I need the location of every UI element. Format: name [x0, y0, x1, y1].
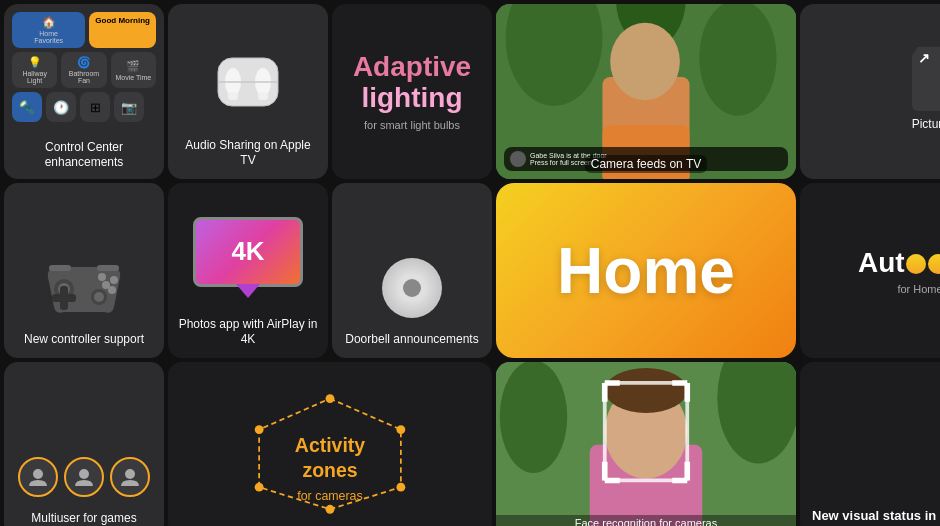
- card-control-center: 🏠 HomeFavorites Good Morning 💡 HallwayLi…: [4, 4, 164, 179]
- auto-dot-o2: [928, 254, 940, 274]
- card-audio-sharing: Audio Sharing on Apple TV: [168, 4, 328, 179]
- controller-image: [34, 257, 134, 322]
- svg-point-34: [396, 425, 405, 434]
- torch-icon: 🔦: [19, 100, 35, 115]
- camera-feeds-label: Camera feeds on TV: [585, 155, 708, 173]
- auto-dot-o1: [906, 254, 926, 274]
- person-icon-2: [73, 466, 95, 488]
- camera-label-wrap: Camera feeds on TV: [496, 154, 796, 173]
- person-icon: [27, 466, 49, 488]
- pip-svg: ↗: [912, 31, 940, 111]
- svg-point-36: [326, 505, 335, 514]
- cc-clock: 🕐: [46, 92, 76, 122]
- avatar-3: [110, 457, 150, 497]
- svg-point-30: [79, 469, 89, 479]
- cc-camera: 📷: [114, 92, 144, 122]
- adaptive-word1: Adaptive: [353, 51, 471, 82]
- cc-tile-movie: 🎬 Movie Time: [111, 52, 156, 88]
- cc-tile-hallway: 💡 HallwayLight: [12, 52, 57, 88]
- adaptive-word2: lighting: [361, 82, 462, 113]
- cc-content: 🏠 HomeFavorites Good Morning 💡 HallwayLi…: [12, 12, 156, 134]
- card-activity-zones: Activity zones for cameras: [168, 362, 492, 526]
- svg-point-26: [98, 273, 106, 281]
- card-home: Home: [496, 183, 796, 358]
- card-automations: Autmations for HomeKit accessories: [800, 183, 940, 358]
- svg-text:Activity: Activity: [295, 434, 365, 456]
- svg-point-12: [610, 23, 680, 100]
- card-new-controller: New controller support: [4, 183, 164, 358]
- doorbell-button: [403, 279, 421, 297]
- fourk-screen: 4K: [193, 217, 303, 287]
- fan-icon: 🌀: [77, 56, 91, 69]
- fourk-label: Photos app with AirPlay in 4K: [178, 317, 318, 348]
- card-doorbell: Doorbell announcements: [332, 183, 492, 358]
- feature-grid: 🏠 HomeFavorites Good Morning 💡 HallwayLi…: [0, 0, 940, 526]
- auto-text-part1: Aut: [858, 247, 905, 278]
- fourk-text: 4K: [231, 236, 264, 267]
- automations-title: Autmations: [858, 247, 940, 279]
- clock-icon: 🕐: [53, 100, 69, 115]
- avatar-2: [64, 457, 104, 497]
- airpods-image: [193, 48, 303, 128]
- pip-visual: ↗: [912, 51, 940, 111]
- movie-icon: 🎬: [126, 60, 140, 73]
- camera-background: Gabe Silva is at the door Press for full…: [496, 4, 796, 179]
- svg-text:↗: ↗: [918, 49, 930, 65]
- svg-rect-28: [97, 265, 119, 271]
- adaptive-content: Adaptive lighting for smart light bulbs: [353, 52, 471, 132]
- adaptive-title: Adaptive lighting: [353, 52, 471, 114]
- card-adaptive-lighting: Adaptive lighting for smart light bulbs: [332, 4, 492, 179]
- svg-rect-27: [49, 265, 71, 271]
- doorbell-label: Doorbell announcements: [345, 332, 478, 348]
- automations-content: Autmations for HomeKit accessories: [858, 247, 940, 295]
- svg-rect-3: [228, 92, 238, 100]
- pip-label: Picture in Picture: [912, 117, 940, 133]
- svg-point-9: [699, 4, 776, 116]
- cc-torch: 🔦: [12, 92, 42, 122]
- svg-point-38: [255, 425, 264, 434]
- svg-text:zones: zones: [302, 459, 357, 481]
- fourk-visual: 4K: [178, 193, 318, 311]
- camera-icon: 📷: [121, 100, 137, 115]
- svg-rect-5: [258, 92, 268, 100]
- svg-point-33: [326, 394, 335, 403]
- controller-label: New controller support: [24, 332, 144, 348]
- svg-point-35: [396, 483, 405, 492]
- adaptive-sub: for smart light bulbs: [353, 119, 471, 131]
- avatar-1: [18, 457, 58, 497]
- audio-sharing-label: Audio Sharing on Apple TV: [178, 138, 318, 169]
- card-multiuser: Multiuser for games: [4, 362, 164, 526]
- multiuser-avatars: [18, 457, 150, 497]
- cc-grid: ⊞: [80, 92, 110, 122]
- svg-point-37: [255, 483, 264, 492]
- card-face-recognition: Face recognition for cameras: [496, 362, 796, 526]
- grid-icon: ⊞: [90, 100, 101, 115]
- activity-zones-svg: Activity zones for cameras: [178, 372, 482, 526]
- home-text: Home: [557, 234, 735, 308]
- cc-mid-row: 💡 HallwayLight 🌀 BathroomFan 🎬 Movie Tim…: [12, 52, 156, 88]
- control-center-label: Control Center enhancements: [12, 140, 156, 171]
- newvisual-label: New visual status in Home app: [812, 508, 940, 525]
- svg-rect-22: [60, 286, 68, 310]
- face-recognition-svg: [496, 362, 796, 526]
- cc-tile-home: 🏠 HomeFavorites: [12, 12, 85, 48]
- cc-greeting: Good Morning: [89, 12, 156, 48]
- fourk-triangle: [236, 284, 260, 298]
- home-icon: 🏠: [42, 16, 56, 29]
- svg-point-25: [108, 286, 116, 294]
- svg-point-20: [94, 292, 104, 302]
- svg-text:for cameras: for cameras: [297, 489, 362, 503]
- multiuser-label: Multiuser for games: [31, 511, 136, 526]
- svg-point-24: [110, 276, 118, 284]
- card-pip: ↗ Picture in Picture: [800, 4, 940, 179]
- light-icon: 💡: [28, 56, 42, 69]
- cc-bottom-row: 🔦 🕐 ⊞ 📷: [12, 92, 156, 122]
- face-recognition-label: Face recognition for cameras: [496, 515, 796, 526]
- svg-point-47: [605, 368, 688, 413]
- cc-top-row: 🏠 HomeFavorites Good Morning: [12, 12, 156, 48]
- svg-point-43: [500, 362, 568, 473]
- cc-tile-bathroom: 🌀 BathroomFan: [61, 52, 106, 88]
- svg-point-31: [125, 469, 135, 479]
- automations-sub: for HomeKit accessories: [858, 283, 940, 295]
- card-camera-feeds: Gabe Silva is at the door Press for full…: [496, 4, 796, 179]
